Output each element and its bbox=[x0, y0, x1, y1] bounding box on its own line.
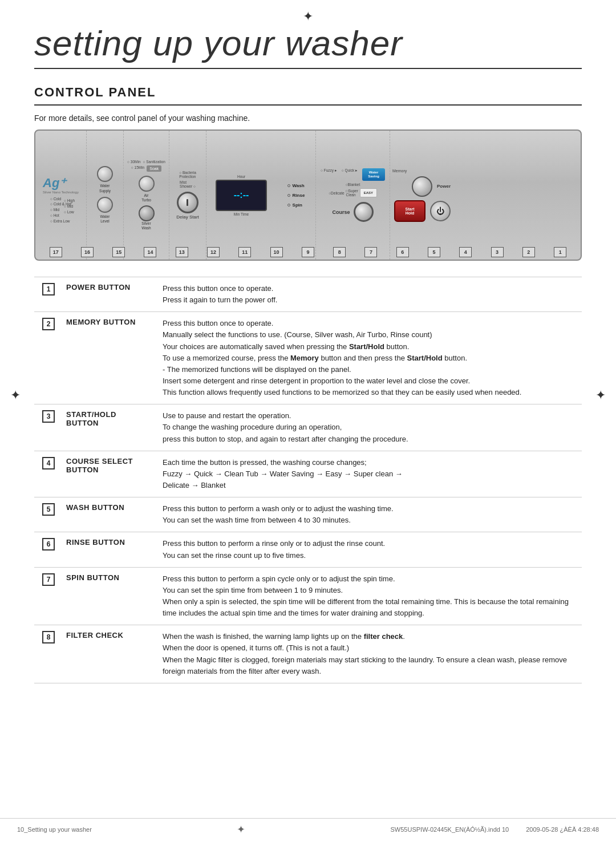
fuzzy-label: ○ Fuzzy ▸ bbox=[321, 168, 337, 181]
btn-number-8: 8 bbox=[42, 631, 55, 643]
water-level-knob[interactable] bbox=[97, 197, 113, 213]
water-saving-btn[interactable]: WaterSaving bbox=[362, 168, 385, 181]
silver-wash-area: SilverWash bbox=[139, 205, 155, 231]
btn-desc-spin: Press this button to perform a spin cycl… bbox=[157, 567, 582, 625]
course-knob[interactable] bbox=[354, 202, 374, 222]
table-row: 6 Rinse Button Press this button to perf… bbox=[34, 532, 582, 567]
table-row: 3 Start/HoldButton Use to pause and rest… bbox=[34, 404, 582, 451]
btn-num-cell-8: 8 bbox=[34, 625, 63, 683]
panel-left: Ag⁺ Silver Nano Technology ○ Cold ○ Cold… bbox=[35, 131, 87, 260]
btn-num-cell-6: 6 bbox=[34, 532, 63, 567]
btn-num-cell-2: 2 bbox=[34, 312, 63, 404]
hour-label: Hour bbox=[237, 175, 245, 179]
air-turbo-label: AirTurbo bbox=[141, 193, 151, 203]
rinse-indicator bbox=[287, 194, 290, 197]
wash-rinse-spin-buttons: Wash Rinse Spin bbox=[287, 183, 305, 208]
num-14: 14 bbox=[144, 247, 156, 257]
start-hold-power-row: Start Hold ⏻ bbox=[394, 200, 451, 222]
page-footer: 10_Setting up your washer ✦ SW55USPIW-02… bbox=[0, 818, 616, 836]
soak-btn[interactable]: Soak bbox=[147, 165, 161, 172]
bacteria-section: ○ Bacteria Protection MistShower ○ Delay… bbox=[169, 131, 206, 260]
num-7: 7 bbox=[364, 247, 377, 257]
ag-subtext: Silver Nano Technology bbox=[43, 191, 79, 194]
button-table-body: 1 Power Button Press this button once to… bbox=[34, 277, 582, 683]
silver-wash-label: SilverWash bbox=[141, 221, 151, 231]
btn-num-cell-3: 3 bbox=[34, 404, 63, 451]
num-8: 8 bbox=[333, 247, 346, 257]
btn-name-rinse: Rinse Button bbox=[63, 532, 157, 567]
water-level-label: WaterLevel bbox=[100, 214, 110, 224]
num-6: 6 bbox=[396, 247, 409, 257]
btn-number-4: 4 bbox=[42, 457, 55, 469]
course-section: ○ Fuzzy ▸ ○ Quick ▸ WaterSaving ○Blanket… bbox=[316, 131, 390, 260]
wash-rinse-spin-section: Wash Rinse Spin bbox=[276, 131, 316, 260]
display-area: Hour --:-- Min Time bbox=[206, 131, 276, 260]
footer-right: SW55USPIW-02445K_EN(ÀÓ½Ã).indd 10 2009-0… bbox=[391, 826, 599, 833]
btn-number-1: 1 bbox=[42, 283, 55, 296]
btn-desc-course: Each time the button is pressed, the was… bbox=[157, 451, 582, 497]
btn-name-wash: Wash Button bbox=[63, 497, 157, 532]
blanket-label: ○Blanket bbox=[346, 183, 360, 187]
table-row: 8 Filter Check When the wash is finished… bbox=[34, 625, 582, 683]
btn-number-7: 7 bbox=[42, 573, 55, 586]
min-time-label: Min Time bbox=[234, 212, 249, 216]
btn-name-memory: Memory Button bbox=[63, 312, 157, 404]
top-compass-icon: ✦ bbox=[303, 9, 313, 24]
sanitization: ○ Sanitization bbox=[143, 160, 165, 164]
subtitle: For more details, see control panel of y… bbox=[34, 114, 582, 123]
timer-30: ○ 30Min bbox=[127, 160, 140, 164]
number-labels-row: 17 16 15 14 13 12 11 10 9 8 7 6 5 4 3 2 … bbox=[35, 247, 581, 257]
btn-num-cell-7: 7 bbox=[34, 567, 63, 625]
right-compass-icon: ✦ bbox=[595, 388, 606, 403]
ag-logo: Ag⁺ bbox=[43, 176, 66, 190]
memory-power-section: Memory Power Start Hold ⏻ bbox=[390, 131, 453, 260]
power-label: Power bbox=[437, 184, 451, 189]
quick-label: ○ Quick ▸ bbox=[342, 168, 358, 181]
water-supply-knob[interactable] bbox=[97, 166, 113, 182]
btn-desc-starthold: Use to pause and restart the operation. … bbox=[157, 404, 582, 451]
delicate-label: ○Delicate bbox=[329, 191, 344, 195]
panel-simulation: Ag⁺ Silver Nano Technology ○ Cold ○ Cold… bbox=[35, 131, 581, 260]
num-9: 9 bbox=[302, 247, 314, 257]
spin-btn-row: Spin bbox=[287, 203, 305, 208]
wash-indicator bbox=[287, 184, 290, 187]
silver-wash-knob[interactable] bbox=[139, 205, 155, 221]
delay-start-knob[interactable] bbox=[177, 192, 198, 213]
btn-name-course: Course SelectButton bbox=[63, 451, 157, 497]
num-4: 4 bbox=[459, 247, 472, 257]
control-panel-image: Ag⁺ Silver Nano Technology ○ Cold ○ Cold… bbox=[34, 129, 582, 261]
air-turbo-knob[interactable] bbox=[139, 176, 155, 192]
memory-label: Memory bbox=[392, 169, 407, 173]
table-row: 5 Wash Button Press this button to perfo… bbox=[34, 497, 582, 532]
delicate-super-row: ○Delicate □SuperClean EASY bbox=[329, 188, 377, 197]
page: setting up your washer Control Panel For… bbox=[0, 0, 616, 846]
start-hold-btn[interactable]: Start Hold bbox=[394, 200, 425, 222]
num-15: 15 bbox=[112, 247, 125, 257]
button-table: 1 Power Button Press this button once to… bbox=[34, 277, 582, 683]
num-5: 5 bbox=[428, 247, 440, 257]
easy-btn[interactable]: EASY bbox=[360, 188, 377, 197]
page-title: setting up your washer bbox=[34, 23, 582, 69]
course-label: Course bbox=[332, 209, 350, 215]
display-screen: --:-- bbox=[216, 180, 267, 211]
num-3: 3 bbox=[491, 247, 504, 257]
fuzzy-quick-row: ○ Fuzzy ▸ ○ Quick ▸ WaterSaving bbox=[321, 168, 385, 181]
btn-desc-filter: When the wash is finished, the warning l… bbox=[157, 625, 582, 683]
num-2: 2 bbox=[522, 247, 535, 257]
memory-knob[interactable] bbox=[412, 176, 432, 197]
footer-page-num: 10_Setting up your washer bbox=[17, 826, 92, 833]
btn-number-6: 6 bbox=[42, 538, 55, 550]
mist-shower: MistShower ○ bbox=[180, 180, 196, 188]
table-row: 4 Course SelectButton Each time the butt… bbox=[34, 451, 582, 497]
timer-15: ○ 15Min bbox=[131, 165, 144, 172]
btn-name-starthold: Start/HoldButton bbox=[63, 404, 157, 451]
btn-desc-wash: Press this button to perform a wash only… bbox=[157, 497, 582, 532]
footer-file: SW55USPIW-02445K_EN(ÀÓ½Ã).indd 10 bbox=[391, 826, 509, 833]
table-row: 7 Spin Button Press this button to perfo… bbox=[34, 567, 582, 625]
soak-row: ○ 15Min Soak bbox=[131, 165, 161, 172]
power-btn[interactable]: ⏻ bbox=[430, 201, 451, 221]
btn-num-cell-1: 1 bbox=[34, 277, 63, 312]
btn-number-2: 2 bbox=[42, 318, 55, 330]
footer-date: 2009-05-28 ¿ÀÈÄ 4:28:48 bbox=[526, 826, 599, 833]
compass-icon: ✦ bbox=[237, 823, 245, 836]
